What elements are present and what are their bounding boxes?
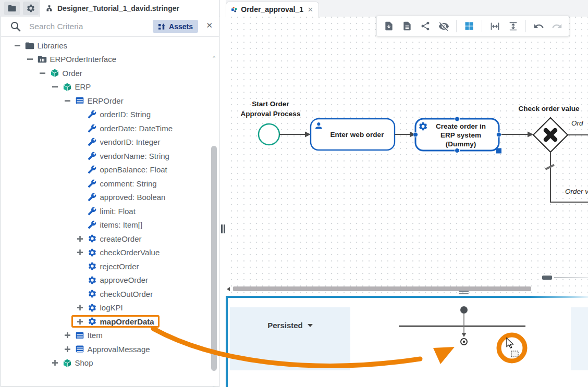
tree-item-orderDate[interactable]: orderDate: DateTime: [1, 121, 210, 135]
tab-order-approval-1[interactable]: Order_approval_1 ✕: [226, 2, 319, 17]
scroll-up-icon[interactable]: ⌃: [211, 55, 217, 62]
document-tab[interactable]: Designer_Tutorial_1_david.stringer: [40, 0, 220, 17]
expand-plus-icon: [64, 332, 71, 339]
wrench-icon: [88, 165, 96, 174]
close-icon[interactable]: ✕: [206, 21, 213, 30]
search-bar: Assets ✕: [1, 17, 219, 37]
document-button[interactable]: [401, 20, 413, 32]
tree-item-label: logKPI: [100, 303, 123, 312]
expand-plus-icon: [77, 249, 83, 256]
expand-plus-icon: [64, 346, 71, 353]
expander-plus-icon[interactable]: [76, 249, 84, 256]
tree-item-ERPOrder[interactable]: ERPOrder: [1, 94, 210, 108]
share-button[interactable]: [420, 20, 431, 32]
tree-item-approveOrder[interactable]: approveOrder: [1, 273, 210, 288]
tree-item-checkOutOrder[interactable]: checkOutOrder: [1, 287, 210, 301]
tab-close-icon[interactable]: ✕: [308, 6, 313, 14]
expander-minus-icon[interactable]: [26, 56, 34, 63]
cube-icon: [50, 68, 59, 78]
tree-item-label: items: Item[]: [100, 220, 143, 229]
expand-plus-icon: [77, 235, 83, 242]
tree-item-vendorID[interactable]: vendorID: Integer: [1, 135, 210, 149]
scrollbar-thumb[interactable]: [233, 286, 531, 291]
share-icon: [420, 21, 431, 31]
canvas-h-scrollbar[interactable]: [226, 285, 588, 293]
gear-icon: [88, 303, 97, 313]
canvas-toolbar: [376, 16, 569, 36]
tree-item-ApprovalMessage[interactable]: ApprovalMessage: [1, 342, 210, 356]
gear-icon: [88, 289, 97, 298]
tree-item-comment[interactable]: comment: String: [1, 177, 210, 191]
tree-item-Shop[interactable]: Shop: [1, 356, 210, 370]
tree-item-label: ERP: [75, 82, 91, 91]
settings-button[interactable]: [23, 2, 39, 15]
tree-item-limit[interactable]: limit: Float: [1, 204, 210, 218]
tree-item-label: comment: String: [100, 179, 157, 188]
folder-button[interactable]: [4, 2, 20, 15]
tree-item-checkOrderValue[interactable]: checkOrderValue: [1, 246, 210, 260]
gear-icon: [88, 248, 97, 257]
package-icon: [63, 82, 72, 92]
wrench-icon: [88, 110, 96, 119]
tree-item-vendorName[interactable]: vendorName: String: [1, 149, 210, 163]
scrollbar-thumb[interactable]: [211, 146, 217, 371]
wrench-icon: [88, 124, 97, 133]
tree-item-Order[interactable]: Order: [1, 66, 210, 80]
zoom-slider-handle[interactable]: [542, 276, 552, 280]
tree-item-ERP[interactable]: ERP: [1, 80, 210, 94]
panel-splitter[interactable]: [221, 224, 226, 235]
search-input[interactable]: [28, 19, 150, 34]
gear-icon: [88, 317, 97, 326]
process-canvas[interactable]: [226, 17, 588, 296]
tree-item-label: checkOutOrder: [100, 290, 153, 298]
tree-item-logKPI[interactable]: logKPI: [1, 301, 210, 315]
wrench-icon: [88, 193, 97, 202]
operation-gear-icon: [88, 303, 97, 313]
source-dot[interactable]: [460, 306, 468, 314]
drop-target[interactable]: [461, 339, 467, 345]
assets-filter-button[interactable]: Assets: [153, 20, 198, 33]
tree-item-label: approveOrder: [100, 276, 149, 284]
tree-item-Libraries[interactable]: Libraries: [1, 39, 210, 53]
tree-item-label: rejectOrder: [100, 262, 139, 271]
folder-icon: [25, 41, 34, 50]
panel-resize-gripper[interactable]: [459, 291, 469, 295]
redo-button[interactable]: [551, 20, 562, 32]
tree-item-rejectOrder[interactable]: rejectOrder: [1, 259, 210, 273]
process-icon: [231, 6, 237, 13]
export-button[interactable]: [383, 20, 395, 32]
fit-width-button[interactable]: [489, 20, 500, 32]
table-icon: [75, 96, 84, 105]
scroll-down-icon[interactable]: ⌄: [211, 383, 217, 387]
tree-scrollbar[interactable]: ⌃ ⌄: [211, 56, 217, 387]
tree-item-approved[interactable]: approved: Boolean: [1, 191, 210, 205]
expander-minus-icon[interactable]: [64, 97, 72, 104]
toolbar-separator: [456, 20, 457, 32]
expander-plus-icon[interactable]: [64, 332, 72, 339]
mapping-graphic: [226, 296, 588, 387]
tree-item-Item[interactable]: Item: [1, 329, 210, 343]
fit-height-button[interactable]: [507, 20, 519, 32]
tree-item-orderID[interactable]: orderID: String: [1, 108, 210, 122]
expander-plus-icon[interactable]: [76, 318, 84, 325]
tree-item-label: orderDate: DateTime: [100, 124, 173, 133]
expander-plus-icon[interactable]: [64, 346, 72, 353]
tree-item-createOrder[interactable]: createOrder: [1, 232, 210, 246]
expander-plus-icon[interactable]: [51, 359, 59, 366]
tree-item-items[interactable]: items: Item[]: [1, 218, 210, 232]
expander-plus-icon[interactable]: [76, 235, 84, 242]
tree-item-ERPOrderInterface[interactable]: ERPOrderInterface: [1, 53, 210, 67]
grid-button[interactable]: [463, 20, 475, 32]
tree-item-mapOrderData[interactable]: mapOrderData: [1, 315, 210, 329]
hide-button[interactable]: [438, 20, 449, 32]
expander-plus-icon[interactable]: [76, 304, 84, 311]
tree-item-openBalance[interactable]: openBalance: Float: [1, 163, 210, 177]
undo-button[interactable]: [533, 20, 544, 32]
arrow-down-icon: [462, 333, 467, 337]
assets-icon: [158, 23, 165, 30]
expander-minus-icon[interactable]: [14, 42, 22, 49]
expander-minus-icon[interactable]: [39, 70, 47, 77]
expander-minus-icon[interactable]: [51, 83, 59, 90]
scroll-left-icon[interactable]: [227, 287, 230, 291]
wrench-icon: [88, 152, 96, 160]
